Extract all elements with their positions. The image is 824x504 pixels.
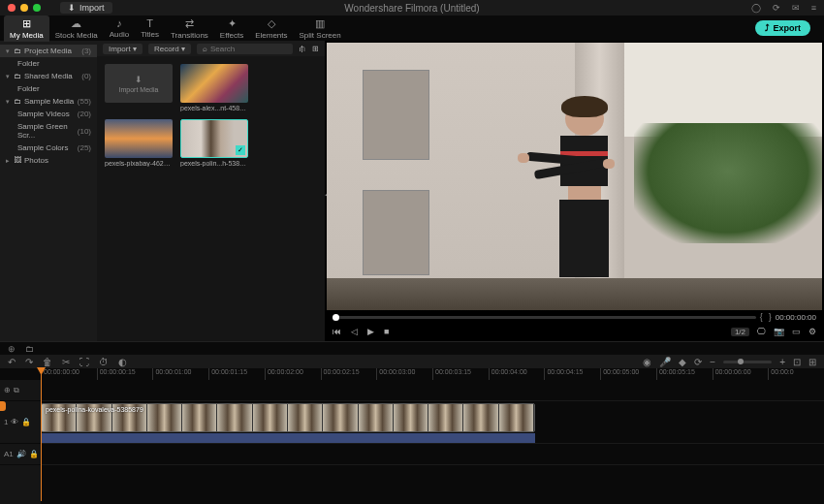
crop-icon[interactable]: ⛶ (79, 357, 89, 367)
mic-icon[interactable]: 🎤 (659, 357, 671, 367)
preview-viewport[interactable] (327, 43, 822, 310)
sync-icon[interactable]: ⟳ (773, 3, 780, 13)
marker-icon[interactable]: ◆ (679, 357, 686, 367)
clip-audio[interactable] (41, 433, 535, 443)
display-icon[interactable]: 🖵 (757, 327, 766, 336)
photo-icon: 🖼 (14, 156, 21, 165)
playhead[interactable] (41, 368, 42, 501)
out-bracket[interactable]: } (769, 312, 772, 322)
export-button[interactable]: ⤴Export (755, 20, 810, 36)
tab-transitions[interactable]: ⇄Transitions (165, 16, 214, 42)
timeline-tracks: ⊕⧉ 1👁🔒 A1🔊🔒 pexels-polina-kovaleva-53858… (0, 380, 824, 504)
record-dropdown[interactable]: Record ▾ (148, 44, 191, 54)
snapshot-icon[interactable]: 📷 (774, 327, 784, 336)
folder-icon: 🗀 (14, 72, 21, 80)
lock-icon[interactable]: 🔒 (29, 450, 39, 458)
tab-effects[interactable]: ✦Effects (214, 16, 249, 42)
zoom-slider[interactable] (723, 361, 772, 363)
mixer-icon[interactable]: ◉ (643, 357, 651, 367)
scrub-head[interactable] (333, 314, 339, 321)
sidebar-shared-media[interactable]: ▾🗀Shared Media(0) (0, 70, 97, 82)
speed-icon[interactable]: ⏱ (99, 357, 109, 367)
media-item[interactable]: pexels-pixabay-462030 (105, 119, 173, 167)
stop-button[interactable]: ■ (384, 327, 389, 336)
media-browser: Import ▾ Record ▾ ⌕ ⫛ ⊞ ⬇Import Media pe… (97, 41, 325, 341)
audio-track-header[interactable]: A1🔊🔒 (0, 444, 41, 465)
settings-icon[interactable]: ⚙ (808, 327, 816, 336)
video-track[interactable]: pexels-polina-kovaleva-5385879 (41, 401, 824, 444)
media-item[interactable]: pexels-alex...nt-4585185 (180, 64, 248, 111)
sidebar-sample-videos[interactable]: Sample Videos(20) (0, 108, 97, 120)
sidebar-sample-green[interactable]: Sample Green Scr...(10) (0, 120, 97, 142)
tab-titles[interactable]: TTitles (135, 16, 165, 41)
media-item-selected[interactable]: ✓ pexels-polin...h-5385879 (180, 119, 248, 167)
mail-icon[interactable]: ✉ (792, 3, 800, 13)
timeline-settings-icon[interactable]: ⊞ (808, 357, 816, 367)
sidebar-sample-media[interactable]: ▾🗀Sample Media(55) (0, 95, 97, 108)
audio-track[interactable] (41, 444, 824, 465)
tab-split-screen[interactable]: ▥Split Screen (294, 16, 347, 42)
lock-icon[interactable]: 🔒 (21, 418, 31, 426)
menu-icon[interactable]: ≡ (811, 3, 816, 13)
tab-stock-media[interactable]: ☁Stock Media (49, 16, 104, 42)
speaker-icon[interactable]: 🔊 (16, 450, 26, 458)
check-icon: ✓ (236, 145, 245, 155)
play-button[interactable]: ▶ (367, 327, 374, 336)
search-input[interactable] (210, 45, 269, 53)
video-track-header[interactable]: 1👁🔒 (0, 401, 41, 444)
redo-icon[interactable]: ↷ (25, 357, 33, 367)
titlebar: ⬇ Import Wondershare Filmora (Untitled) … (0, 0, 824, 16)
zoom-out-icon[interactable]: − (710, 357, 715, 367)
tab-my-media[interactable]: ⊞My Media (4, 16, 49, 42)
color-icon[interactable]: ◐ (118, 357, 127, 367)
delete-icon[interactable]: 🗑 (43, 357, 52, 367)
zoom-fit-icon[interactable]: ⊡ (793, 357, 801, 367)
zoom-in-icon[interactable]: + (779, 357, 785, 367)
chevron-down-icon: ▾ (6, 73, 14, 80)
in-bracket[interactable]: { (760, 312, 763, 322)
maximize-window[interactable] (33, 4, 41, 12)
sidebar-sample-colors[interactable]: Sample Colors(25) (0, 142, 97, 154)
track-spacer-row[interactable] (41, 380, 824, 401)
timeline-toolbar: ↶ ↷ 🗑 ✂ ⛶ ⏱ ◐ ◉ 🎤 ◆ ⟳ − + ⊡ ⊞ (0, 355, 824, 368)
folder-icon[interactable]: 🗀 (25, 344, 34, 354)
user-icon[interactable]: ◯ (751, 3, 761, 13)
timeline-marker[interactable] (0, 401, 6, 411)
import-media-tile[interactable]: ⬇Import Media (105, 64, 173, 111)
transition-icon: ⇄ (185, 17, 194, 30)
prev-frame-button[interactable]: ⏮ (333, 327, 341, 336)
link-icon[interactable]: ⧉ (14, 386, 19, 395)
eye-icon[interactable]: 👁 (11, 418, 18, 426)
chevron-down-icon: ▾ (6, 47, 14, 55)
grid-view-icon[interactable]: ⊞ (312, 45, 319, 53)
undo-icon[interactable]: ↶ (8, 357, 16, 367)
search-box[interactable]: ⌕ (197, 44, 293, 54)
tab-audio[interactable]: ♪Audio (104, 16, 135, 41)
sidebar-folder[interactable]: Folder (0, 57, 97, 70)
text-icon: T (146, 17, 153, 29)
video-clip[interactable]: pexels-polina-kovaleva-5385879 (41, 403, 535, 432)
tab-elements[interactable]: ◇Elements (249, 16, 293, 42)
zoom-head[interactable] (738, 359, 744, 364)
split-icon[interactable]: ✂ (62, 357, 70, 367)
scrub-bar: {} 00:00:00:00 (327, 310, 822, 324)
sidebar-folder[interactable]: Folder (0, 82, 97, 95)
step-back-button[interactable]: ◁ (351, 327, 358, 336)
timeline-ruler[interactable]: 00:00:00:00 00:00:00:15 00:00:01:00 00:0… (0, 368, 824, 380)
sidebar-project-media[interactable]: ▾🗀Project Media(3) (0, 45, 97, 57)
sidebar-photos[interactable]: ▸🖼Photos (0, 154, 97, 167)
search-icon: ⌕ (203, 45, 207, 53)
filter-icon[interactable]: ⫛ (299, 45, 306, 53)
close-window[interactable] (8, 4, 16, 12)
render-icon[interactable]: ⟳ (694, 357, 702, 367)
scrub-track[interactable] (333, 316, 756, 319)
aspect-icon[interactable]: ▭ (792, 327, 801, 336)
timecode: 00:00:00:00 (776, 313, 816, 322)
import-dropdown[interactable]: Import ▾ (103, 44, 143, 54)
add-icon[interactable]: ⊕ (4, 386, 11, 394)
zoom-ratio[interactable]: 1/2 (731, 328, 749, 336)
media-sidebar: ▾🗀Project Media(3) Folder ▾🗀Shared Media… (0, 41, 97, 341)
minimize-window[interactable] (20, 4, 28, 12)
add-track-icon[interactable]: ⊕ (8, 344, 16, 354)
import-button[interactable]: ⬇ Import (60, 2, 112, 14)
